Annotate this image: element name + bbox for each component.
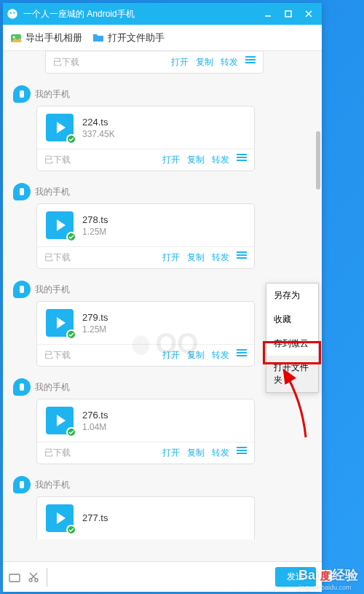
video-file-icon xyxy=(46,309,74,337)
forward-action[interactable]: 转发 xyxy=(212,154,229,166)
copy-action[interactable]: 复制 xyxy=(187,154,205,166)
open-action[interactable]: 打开 xyxy=(162,154,180,166)
folder-icon xyxy=(92,32,104,44)
copy-action[interactable]: 复制 xyxy=(187,447,205,459)
open-action[interactable]: 打开 xyxy=(162,251,180,264)
maximize-button[interactable] xyxy=(278,3,298,25)
video-file-icon xyxy=(46,504,74,532)
message: 我的手机 277.ts xyxy=(3,472,322,547)
file-size: 1.25M xyxy=(82,227,108,237)
message-input[interactable] xyxy=(47,568,268,587)
svg-rect-10 xyxy=(20,90,24,98)
svg-rect-13 xyxy=(20,383,24,391)
svg-point-8 xyxy=(13,36,15,38)
avatar-icon xyxy=(13,476,31,493)
download-status: 已下载 xyxy=(44,447,162,459)
svg-point-9 xyxy=(132,335,149,355)
scrollbar-thumb[interactable] xyxy=(316,131,320,189)
qq-watermark: QQ xyxy=(126,328,198,359)
svg-rect-14 xyxy=(20,481,24,488)
menu-favorite[interactable]: 收藏 xyxy=(266,308,318,332)
avatar-icon xyxy=(13,85,31,103)
svg-point-0 xyxy=(7,9,17,19)
file-row[interactable]: 278.ts 1.25M xyxy=(37,204,254,246)
qq-logo-icon xyxy=(6,7,19,20)
window-title: 一个人一座城的 Android手机 xyxy=(23,8,135,20)
file-name: 224.ts xyxy=(82,117,115,128)
more-menu-icon[interactable] xyxy=(237,349,247,362)
avatar-icon xyxy=(13,281,31,298)
message: 我的手机 278.ts 1.25M 已下载 打开 复制 转发 xyxy=(3,179,322,276)
avatar-icon xyxy=(13,183,31,200)
copy-action[interactable]: 复制 xyxy=(196,56,213,69)
scissors-icon[interactable] xyxy=(28,571,39,583)
file-size: 1.25M xyxy=(82,324,108,335)
open-action[interactable]: 打开 xyxy=(171,56,189,69)
svg-point-16 xyxy=(29,579,32,582)
video-file-icon xyxy=(46,407,74,434)
file-bubble: 276.ts 1.04M 已下载 打开 复制 转发 xyxy=(36,399,255,464)
download-status: 已下载 xyxy=(44,251,162,264)
copy-action[interactable]: 复制 xyxy=(187,251,205,264)
sender-name: 我的手机 xyxy=(35,284,70,296)
file-bubble: 224.ts 337.45K 已下载 打开 复制 转发 xyxy=(36,106,255,171)
bubble-footer: 已下载 打开 复制 转发 xyxy=(37,442,254,464)
toolbar: 导出手机相册 打开文件助手 xyxy=(3,25,322,51)
forward-action[interactable]: 转发 xyxy=(212,349,229,362)
file-bubble: 278.ts 1.25M 已下载 打开 复制 转发 xyxy=(36,203,255,269)
svg-rect-4 xyxy=(285,11,291,17)
file-name: 276.ts xyxy=(82,410,108,421)
titlebar: 一个人一座城的 Android手机 xyxy=(3,3,322,25)
input-bar: 发送 xyxy=(3,561,322,592)
file-name: 277.ts xyxy=(82,512,108,523)
file-row[interactable]: 224.ts 337.45K xyxy=(37,106,254,149)
download-status: 已下载 xyxy=(44,154,162,166)
sender-name: 我的手机 xyxy=(35,88,70,101)
minimize-button[interactable] xyxy=(258,3,278,25)
download-status: 已下载 xyxy=(53,56,171,69)
svg-point-2 xyxy=(13,12,15,13)
file-bubble: 已下载 打开 复制 转发 xyxy=(45,51,264,74)
menu-save-cloud[interactable]: 存到微云 xyxy=(266,332,318,356)
more-menu-icon[interactable] xyxy=(245,56,256,69)
file-row[interactable]: 277.ts xyxy=(37,497,254,539)
file-row[interactable]: 276.ts 1.04M xyxy=(37,399,254,442)
avatar-icon xyxy=(13,378,31,396)
forward-action[interactable]: 转发 xyxy=(212,447,229,459)
file-name: 279.ts xyxy=(82,312,108,323)
message: 我的手机 224.ts 337.45K 已下载 打开 复制 转发 xyxy=(3,81,322,179)
photos-icon xyxy=(10,32,22,44)
video-file-icon xyxy=(46,211,74,239)
open-action[interactable]: 打开 xyxy=(162,447,180,459)
file-name: 278.ts xyxy=(82,214,108,225)
close-button[interactable] xyxy=(298,3,319,25)
svg-point-17 xyxy=(35,579,38,582)
file-size: 1.04M xyxy=(82,422,108,432)
forward-action[interactable]: 转发 xyxy=(212,251,229,264)
svg-rect-11 xyxy=(20,188,24,195)
file-size: 337.45K xyxy=(82,129,115,139)
message-partial: 已下载 打开 复制 转发 xyxy=(3,51,322,81)
sender-name: 我的手机 xyxy=(35,186,70,198)
more-menu-icon[interactable] xyxy=(237,251,247,264)
baidu-watermark: Bai度经验 jingyan.baidu.com xyxy=(298,566,358,591)
folder-open-icon[interactable] xyxy=(9,571,20,583)
open-file-helper-button[interactable]: 打开文件助手 xyxy=(92,31,165,44)
bubble-footer: 已下载 打开 复制 转发 xyxy=(37,149,254,171)
bubble-footer: 已下载 打开 复制 转发 xyxy=(46,51,263,73)
svg-rect-12 xyxy=(20,286,24,293)
svg-rect-15 xyxy=(9,574,20,582)
file-bubble: 277.ts xyxy=(36,496,255,539)
annotation-arrow-icon xyxy=(277,364,320,445)
export-photos-button[interactable]: 导出手机相册 xyxy=(10,31,82,44)
video-file-icon xyxy=(46,114,74,141)
sender-name: 我的手机 xyxy=(35,381,70,394)
more-menu-icon[interactable] xyxy=(237,447,247,459)
svg-point-1 xyxy=(10,12,12,13)
bubble-footer: 已下载 打开 复制 转发 xyxy=(37,246,254,268)
menu-save-as[interactable]: 另存为 xyxy=(266,284,318,308)
sender-name: 我的手机 xyxy=(35,479,70,491)
more-menu-icon[interactable] xyxy=(237,154,247,166)
forward-action[interactable]: 转发 xyxy=(221,56,238,69)
